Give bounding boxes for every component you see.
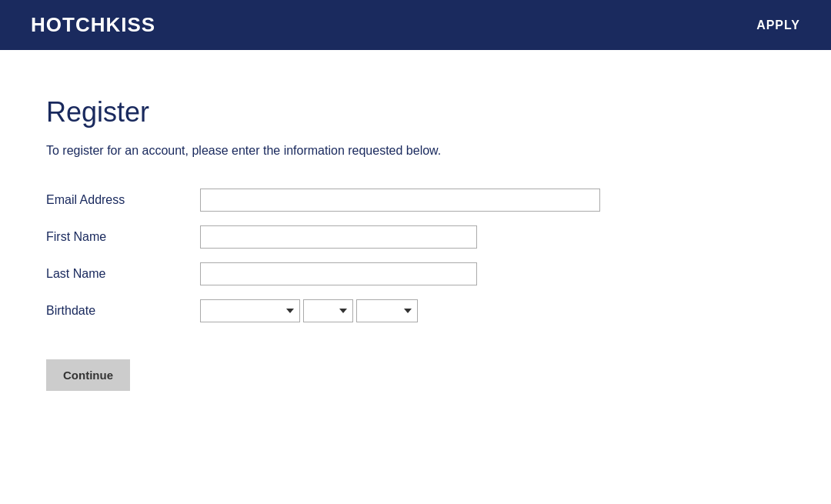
email-label: Email Address — [46, 193, 200, 207]
last-name-row: Last Name — [46, 262, 739, 285]
day-select-wrapper: 1234 5678 9101112 13141516 17181920 2122… — [303, 299, 353, 322]
registration-form: Email Address First Name Last Name Birth… — [46, 189, 739, 391]
page-title: Register — [46, 96, 785, 129]
birthdate-month-select[interactable]: January February March April May June Ju… — [200, 299, 300, 322]
logo: HOTCHKISS — [31, 13, 155, 37]
birthdate-label: Birthdate — [46, 304, 200, 318]
page-description: To register for an account, please enter… — [46, 144, 785, 158]
email-row: Email Address — [46, 189, 739, 212]
email-input[interactable] — [200, 189, 600, 212]
birthdate-selects: January February March April May June Ju… — [200, 299, 418, 322]
month-select-wrapper: January February March April May June Ju… — [200, 299, 300, 322]
first-name-input[interactable] — [200, 225, 477, 249]
year-select-wrapper: 201020092008 200720062005 200420032002 2… — [356, 299, 418, 322]
first-name-row: First Name — [46, 225, 739, 249]
continue-button[interactable]: Continue — [46, 359, 130, 391]
first-name-label: First Name — [46, 230, 200, 244]
birthdate-row: Birthdate January February March April M… — [46, 299, 739, 322]
main-content: Register To register for an account, ple… — [0, 50, 831, 422]
birthdate-day-select[interactable]: 1234 5678 9101112 13141516 17181920 2122… — [303, 299, 353, 322]
birthdate-year-select[interactable]: 201020092008 200720062005 200420032002 2… — [356, 299, 418, 322]
apply-link[interactable]: APPLY — [756, 18, 800, 32]
header: HOTCHKISS APPLY — [0, 0, 831, 50]
last-name-input[interactable] — [200, 262, 477, 285]
last-name-label: Last Name — [46, 267, 200, 281]
